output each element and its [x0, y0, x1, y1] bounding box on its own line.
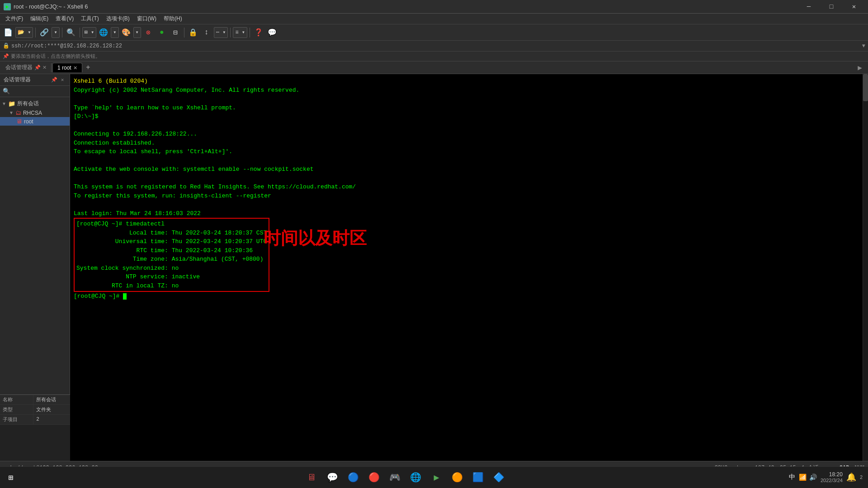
taskbar-app-9[interactable]: 🟦	[468, 468, 488, 488]
term-line-2: Copyright (c) 2002 NetSarang Computer, I…	[74, 86, 864, 95]
tray-volume-icon[interactable]: 🔊	[809, 474, 817, 481]
prop-key-count: 子项目	[0, 415, 33, 424]
tree-root-label: 所有会话	[17, 100, 39, 108]
taskbar-app-8[interactable]: 🟠	[447, 468, 467, 488]
stop-button[interactable]: ⊗	[142, 26, 155, 39]
record-button[interactable]: ●	[156, 26, 168, 39]
paint-button[interactable]: 🎨	[120, 26, 132, 39]
toolbar-separator-1	[35, 28, 36, 38]
terminal-scrollbar[interactable]	[863, 74, 868, 474]
tray-network-icon[interactable]: 📶	[799, 474, 807, 481]
taskbar-wechat[interactable]: 💬	[322, 468, 342, 488]
new-tab-button[interactable]: +	[83, 63, 93, 73]
taskbar-app-7[interactable]: ▶	[426, 468, 446, 488]
paint-dropdown[interactable]: ▾	[133, 27, 141, 38]
connection-icon: 🔒	[3, 42, 9, 49]
taskbar-edge[interactable]: 🌐	[406, 468, 425, 488]
active-tab[interactable]: 1 root ✕	[52, 63, 82, 72]
tree-expand-icon[interactable]: ▼	[9, 110, 14, 115]
prop-val-type: 文件夹	[33, 405, 54, 414]
sidebar-search[interactable]: 🔍	[0, 86, 70, 97]
more-dropdown[interactable]: ⋯ ▾	[214, 27, 228, 38]
layout-dropdown[interactable]: ⊞ ▾	[82, 27, 97, 38]
connection-address[interactable]: ssh://root:****@192.168.226.128:22	[11, 43, 860, 49]
prop-val-count: 2	[33, 415, 42, 424]
properties-panel: 名称 所有会话 类型 文件夹 子项目 2	[0, 394, 70, 461]
tab-close-button[interactable]: ✕	[73, 65, 77, 71]
taskbar-app-3[interactable]: 🔵	[343, 468, 363, 488]
tray-num: 2	[860, 474, 863, 480]
term-line-1: Xshell 6 (Build 0204)	[74, 77, 864, 86]
minimize-button[interactable]: ─	[798, 0, 819, 14]
term-rtc-local: RTC in local TZ: no	[76, 282, 267, 291]
sidebar-close-button[interactable]: ✕	[59, 76, 66, 84]
sidebar-controls: 📌 ✕	[51, 76, 66, 84]
taskbar-app-1[interactable]: 🖥	[302, 468, 321, 488]
toolbar-separator-6	[250, 28, 250, 38]
tray-icons: 📶 🔊	[799, 474, 817, 481]
scrollbar-thumb[interactable]	[863, 74, 868, 101]
extra-dropdown[interactable]: ≡ ▾	[233, 27, 247, 38]
tree-root-session-node[interactable]: 🖥 root	[0, 117, 70, 126]
term-prompt-final: [root@CJQ ~]#	[74, 292, 864, 301]
tab-bar: 会话管理器 📌 ✕ 1 root ✕ + ▶	[0, 61, 868, 74]
sessions-close-icon[interactable]: ✕	[42, 65, 47, 70]
menu-help[interactable]: 帮助(H)	[160, 14, 186, 23]
menu-view[interactable]: 查看(V)	[52, 14, 77, 23]
connect-button[interactable]: 🔗	[38, 26, 51, 39]
transfer-button[interactable]: ↕	[200, 26, 213, 39]
term-sync: System clock synchronized: no	[76, 264, 267, 273]
menu-tabs[interactable]: 选项卡(B)	[103, 14, 133, 23]
connect-dropdown[interactable]: ▾	[52, 27, 59, 38]
prop-val-name: 所有会话	[33, 395, 59, 404]
terminal-wrapper[interactable]: Xshell 6 (Build 0204) Copyright (c) 2002…	[70, 74, 868, 474]
folder-icon: 📁	[8, 100, 15, 107]
chat-button[interactable]: 💬	[266, 26, 278, 39]
tree-root-session-label: root	[24, 118, 33, 125]
highlight-box: [root@CJQ ~]# timedatectl Local time: Th…	[74, 218, 269, 292]
properties-extra-area	[0, 425, 70, 461]
ime-indicator[interactable]: 中	[789, 473, 795, 481]
term-line-15	[74, 200, 864, 209]
prop-row-count: 子项目 2	[0, 415, 70, 425]
sessions-pin-icon[interactable]: 📌	[34, 65, 41, 70]
close-button[interactable]: ✕	[844, 0, 864, 14]
taskbar-apps: 🖥 💬 🔵 🔴 🎮 🌐 ▶ 🟠 🟦 🔷	[22, 468, 789, 488]
split-button[interactable]: ⊟	[169, 26, 182, 39]
menu-edit[interactable]: 编辑(E)	[27, 14, 52, 23]
sidebar: 会话管理器 📌 ✕ 🔍 ▼ 📁 所有会话 ▼ 🗂 RHCSA	[0, 74, 70, 474]
open-dropdown[interactable]: 📂 ▾	[15, 27, 33, 38]
menu-window[interactable]: 窗口(W)	[133, 14, 160, 23]
globe-button[interactable]: 🌐	[97, 26, 110, 39]
taskbar-steam[interactable]: 🎮	[385, 468, 405, 488]
toolbar-separator-5	[230, 28, 231, 38]
tree-root-node[interactable]: ▼ 📁 所有会话	[0, 99, 70, 108]
notification-text: 要添加当前会话，点击左侧的箭头按钮。	[11, 53, 100, 60]
taskbar-app-10[interactable]: 🔷	[489, 468, 509, 488]
tree-collapse-icon[interactable]: ▼	[2, 101, 6, 106]
term-line-3	[74, 94, 864, 103]
tab-label: 1 root	[57, 65, 71, 71]
notification-center-button[interactable]: 🔔	[846, 472, 856, 482]
session-icon: 🖥	[16, 118, 22, 125]
lock-button[interactable]: 🔒	[187, 26, 199, 39]
address-expand-button[interactable]: ▼	[862, 43, 865, 49]
find-button[interactable]: 🔍	[65, 26, 77, 39]
menu-file[interactable]: 文件(F)	[2, 14, 27, 23]
tab-scroll-button[interactable]: ▶	[854, 61, 866, 74]
tree-rhcsa-node[interactable]: ▼ 🗂 RHCSA	[0, 108, 70, 117]
maximize-button[interactable]: □	[821, 0, 842, 14]
term-line-12	[74, 174, 864, 183]
help-button[interactable]: ❓	[252, 26, 265, 39]
sidebar-pin-button[interactable]: 📌	[51, 76, 58, 84]
address-bar: 🔒 ssh://root:****@192.168.226.128:22 ▼	[0, 41, 868, 52]
globe-dropdown[interactable]: ▾	[111, 27, 118, 38]
sessions-label-text: 会话管理器	[5, 64, 33, 71]
sessions-manager-label: 会话管理器 📌 ✕	[2, 64, 50, 71]
menu-tools[interactable]: 工具(T)	[77, 14, 102, 23]
start-button[interactable]: ⊞	[0, 467, 22, 488]
toolbar-separator-4	[184, 28, 184, 38]
term-local-time: Local time: Thu 2022-03-24 18:20:37 CST	[76, 229, 267, 238]
taskbar-app-4[interactable]: 🔴	[364, 468, 384, 488]
new-session-button[interactable]: 📄	[2, 26, 14, 39]
